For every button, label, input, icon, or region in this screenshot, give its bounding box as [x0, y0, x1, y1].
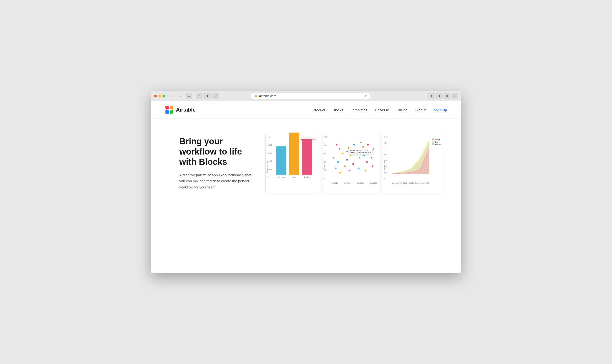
download-icon[interactable]: ⬇ — [428, 93, 435, 99]
scatter-tooltip-line1: Aug 6, 2018, 7,322.7 — [350, 149, 371, 151]
y-label-5: 1M — [268, 136, 272, 138]
url-text: airtable.com — [259, 94, 276, 98]
lock-icon: 🔒 — [254, 94, 258, 97]
dot — [333, 157, 334, 159]
browser-window: ‹ › ☰ A ◆ ◯ 🔒 airtable.com ↻ ⬇ ⬆ ▦ + — [151, 91, 461, 273]
hero-title: Bring your workflow to life with Blocks — [179, 136, 256, 167]
dot — [350, 155, 351, 156]
sidebar-toggle[interactable]: ☰ — [186, 93, 192, 99]
hero-text: Bring your workflow to life with Blocks … — [179, 136, 256, 190]
dot — [370, 157, 372, 159]
legend-ramona: Ramona — [432, 143, 441, 145]
y-label-0: 0 — [268, 176, 272, 178]
logo[interactable]: Airtable — [165, 105, 196, 114]
area-chart-legend: Evelyn Dirk Ramona — [432, 139, 441, 146]
legend-dirk-color — [432, 141, 434, 143]
bar-chart: Dirk, 1.144833M SUM: Order total 0 0.2M … — [268, 136, 318, 191]
dot — [335, 168, 337, 169]
nav-signup[interactable]: Sign up — [434, 108, 447, 112]
minimize-button[interactable] — [158, 95, 161, 97]
dot — [358, 168, 360, 169]
y-label-3: 0.6M — [268, 152, 272, 154]
reload-icon[interactable]: ↻ — [365, 94, 367, 97]
svg-rect-1 — [169, 106, 173, 110]
bar-ramona-rect — [276, 146, 286, 175]
dot — [372, 148, 374, 150]
extension-icon-3[interactable]: ◯ — [212, 93, 219, 99]
dot — [349, 170, 350, 171]
nav-links: Product Blocks Templates Universe Pricin… — [313, 108, 447, 112]
dot — [367, 144, 369, 146]
svg-rect-3 — [169, 110, 173, 114]
y-label-1: 0.2M — [268, 168, 272, 170]
scatter-chart: Order total 0 2k 4k 6k 8k 10k — [324, 136, 377, 191]
area-chart-svg — [392, 136, 429, 174]
charts-area: Dirk, 1.144833M SUM: Order total 0 0.2M … — [265, 133, 447, 193]
dot — [346, 159, 348, 161]
bar-ramona: Ramona — [276, 146, 286, 178]
x-axis-line — [276, 178, 318, 178]
forward-button[interactable]: › — [177, 93, 184, 99]
share-icon[interactable]: ⬆ — [436, 93, 443, 99]
y-label-2: 0.4M — [268, 160, 272, 162]
bar-dirk-rect — [289, 132, 299, 175]
bar-chart-inner: SUM: Order total 0 0.2M 0.4M 0.6M 0.8M 1… — [268, 136, 318, 184]
nav-signin[interactable]: Sign in — [415, 108, 426, 112]
legend-evelyn-color — [432, 139, 434, 141]
area-x-labels: Jan 2018 Apr 2018 Jul 2018 Oct 2018 Jan … — [392, 182, 429, 184]
traffic-lights — [154, 95, 165, 97]
hero-section: Bring your workflow to life with Blocks … — [151, 119, 461, 208]
legend-evelyn-label: Evelyn — [435, 139, 440, 141]
svg-rect-2 — [165, 110, 169, 114]
dot — [344, 166, 346, 167]
nav-product[interactable]: Product — [313, 108, 325, 112]
page-content: Airtable Product Blocks Templates Univer… — [151, 101, 461, 273]
scatter-tooltip: Aug 6, 2018, 7,322.7 Order #218 (I.M. Pa… — [349, 148, 372, 155]
nav-universe[interactable]: Universe — [375, 108, 389, 112]
legend-dirk-label: Dirk — [435, 141, 438, 143]
dot — [363, 155, 365, 156]
dot — [337, 161, 339, 163]
nav-templates[interactable]: Templates — [351, 108, 367, 112]
dot — [336, 144, 338, 146]
tabs-icon[interactable]: ▦ — [444, 93, 450, 99]
back-button[interactable]: ‹ — [169, 93, 176, 99]
area-chart: SUM: Order total 0 0.2M 0.4M 0.6M 0.8M 1… — [384, 136, 441, 191]
dot — [353, 144, 355, 146]
new-tab-icon[interactable]: + — [451, 93, 458, 99]
y-label-4: 0.8M — [268, 144, 272, 146]
move-cursor-icon: ↔ — [425, 167, 429, 171]
extension-icon-2[interactable]: ◆ — [204, 93, 211, 99]
dot — [359, 157, 361, 159]
scatter-y-labels: 0 2k 4k 6k 8k 10k — [324, 136, 327, 179]
legend-evelyn: Evelyn — [432, 139, 441, 141]
area-chart-container: SUM: Order total 0 0.2M 0.4M 0.6M 0.8M 1… — [381, 133, 443, 193]
area-y-labels: 0 0.2M 0.4M 0.6M 0.8M 1M 1.2M 1.4M — [384, 136, 388, 179]
svg-rect-0 — [165, 105, 169, 110]
scatter-x-labels: Apr 2018 Jul 2018 Oct 2018 Jan 2019 — [331, 182, 377, 184]
legend-ramona-color — [432, 143, 434, 145]
maximize-button[interactable] — [163, 95, 165, 97]
nav-pricing[interactable]: Pricing — [397, 108, 408, 112]
close-button[interactable] — [154, 95, 157, 97]
dot — [366, 161, 368, 163]
bar-y-labels: 0 0.2M 0.4M 0.6M 0.8M 1M — [268, 136, 272, 178]
legend-dirk: Dirk — [432, 141, 441, 143]
airtable-logo-icon — [165, 105, 174, 114]
right-toolbar: ⬇ ⬆ ▦ + — [428, 93, 458, 99]
nav-blocks[interactable]: Blocks — [333, 108, 343, 112]
dot — [342, 153, 343, 154]
dot — [371, 166, 373, 167]
scatter-plot-area: Aug 6, 2018, 7,322.7 Order #218 (I.M. Pa… — [331, 136, 377, 179]
scatter-tooltip-line2: Order #218 (I.M. Patient — [350, 151, 371, 154]
hero-description: A creative palette of app-like functiona… — [179, 172, 256, 190]
logo-text: Airtable — [176, 107, 196, 113]
dot — [352, 163, 354, 165]
extension-icon-1[interactable]: A — [196, 93, 203, 99]
address-bar[interactable]: 🔒 airtable.com ↻ — [251, 93, 370, 99]
dot — [362, 146, 364, 148]
dot — [340, 172, 341, 174]
browser-titlebar: ‹ › ☰ A ◆ ◯ 🔒 airtable.com ↻ ⬇ ⬆ ▦ + — [151, 91, 461, 101]
legend-ramona-label: Ramona — [435, 143, 441, 145]
bar-chart-container: Dirk, 1.144833M SUM: Order total 0 0.2M … — [265, 133, 320, 193]
